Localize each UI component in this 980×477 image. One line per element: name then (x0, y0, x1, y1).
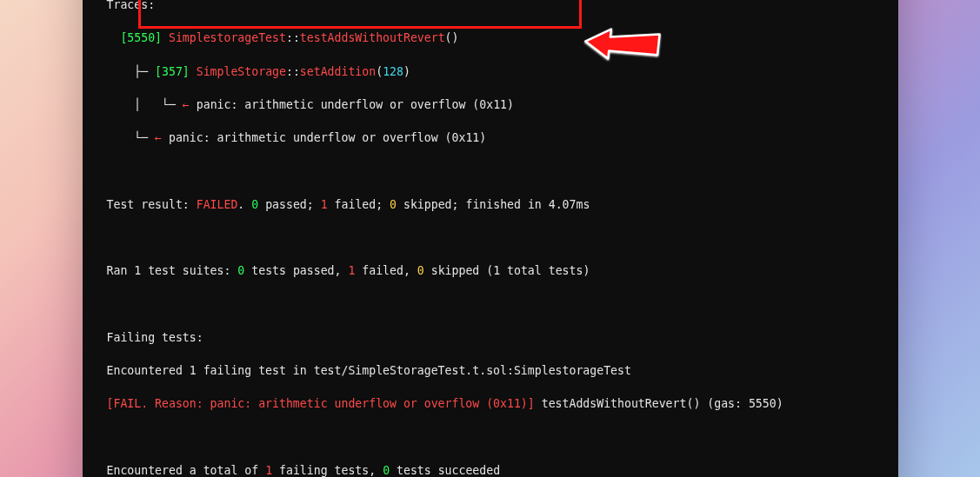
total-line: Encountered a total of 1 failing tests, … (107, 462, 874, 477)
terminal-output: Running 1 test for test/SimpleStorageTes… (83, 0, 898, 477)
traces-label: Traces: (107, 0, 874, 13)
failing-header: Failing tests: (107, 329, 874, 346)
trace-line-3: │ └─ ← panic: arithmetic underflow or ov… (107, 96, 874, 113)
blank-3 (107, 296, 874, 313)
blank-2 (107, 229, 874, 246)
fail-line-2: [FAIL. Reason: panic: arithmetic underfl… (107, 395, 874, 412)
suite-line: Ran 1 test suites: 0 tests passed, 1 fai… (107, 262, 874, 279)
blank-1 (107, 162, 874, 179)
trace-line-1: [5550] SimplestorageTest::testAddsWithou… (107, 30, 874, 46)
trace-line-4: └─ ← panic: arithmetic underflow or over… (107, 129, 874, 146)
result-line: Test result: FAILED. 0 passed; 1 failed;… (107, 196, 874, 213)
failing-encountered: Encountered 1 failing test in test/Simpl… (107, 362, 874, 379)
trace-line-2: ├─ [357] SimpleStorage::setAddition(128) (107, 63, 874, 80)
blank-4 (107, 429, 874, 446)
